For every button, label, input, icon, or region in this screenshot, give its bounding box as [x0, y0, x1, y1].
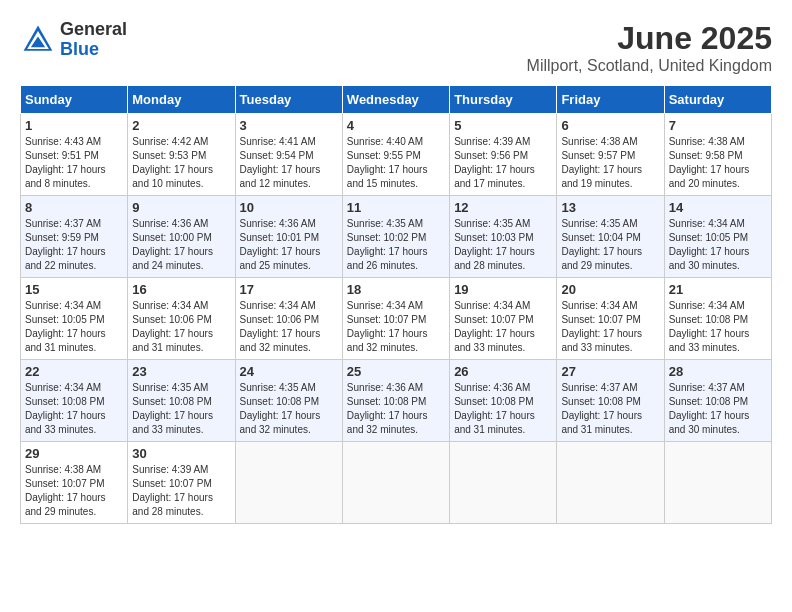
header: General Blue June 2025 Millport, Scotlan…	[20, 20, 772, 75]
day-cell-18: 18 Sunrise: 4:34 AMSunset: 10:07 PMDayli…	[342, 278, 449, 360]
day-number: 17	[240, 282, 338, 297]
day-info: Sunrise: 4:34 AMSunset: 10:06 PMDaylight…	[132, 300, 213, 353]
day-info: Sunrise: 4:34 AMSunset: 10:08 PMDaylight…	[669, 300, 750, 353]
day-cell-13: 13 Sunrise: 4:35 AMSunset: 10:04 PMDayli…	[557, 196, 664, 278]
day-info: Sunrise: 4:39 AMSunset: 9:56 PMDaylight:…	[454, 136, 535, 189]
day-number: 24	[240, 364, 338, 379]
day-info: Sunrise: 4:35 AMSunset: 10:08 PMDaylight…	[240, 382, 321, 435]
week-row-3: 15 Sunrise: 4:34 AMSunset: 10:05 PMDayli…	[21, 278, 772, 360]
day-info: Sunrise: 4:38 AMSunset: 10:07 PMDaylight…	[25, 464, 106, 517]
day-info: Sunrise: 4:34 AMSunset: 10:07 PMDaylight…	[561, 300, 642, 353]
day-cell-2: 2 Sunrise: 4:42 AMSunset: 9:53 PMDayligh…	[128, 114, 235, 196]
day-number: 2	[132, 118, 230, 133]
day-cell-10: 10 Sunrise: 4:36 AMSunset: 10:01 PMDayli…	[235, 196, 342, 278]
day-info: Sunrise: 4:36 AMSunset: 10:00 PMDaylight…	[132, 218, 213, 271]
day-info: Sunrise: 4:40 AMSunset: 9:55 PMDaylight:…	[347, 136, 428, 189]
day-cell-29: 29 Sunrise: 4:38 AMSunset: 10:07 PMDayli…	[21, 442, 128, 524]
day-number: 6	[561, 118, 659, 133]
month-title: June 2025	[527, 20, 772, 57]
weekday-header-saturday: Saturday	[664, 86, 771, 114]
weekday-header-thursday: Thursday	[450, 86, 557, 114]
day-cell-19: 19 Sunrise: 4:34 AMSunset: 10:07 PMDayli…	[450, 278, 557, 360]
day-number: 9	[132, 200, 230, 215]
logo: General Blue	[20, 20, 127, 60]
day-number: 11	[347, 200, 445, 215]
day-info: Sunrise: 4:34 AMSunset: 10:05 PMDaylight…	[669, 218, 750, 271]
day-cell-28: 28 Sunrise: 4:37 AMSunset: 10:08 PMDayli…	[664, 360, 771, 442]
day-cell-9: 9 Sunrise: 4:36 AMSunset: 10:00 PMDaylig…	[128, 196, 235, 278]
day-number: 8	[25, 200, 123, 215]
day-info: Sunrise: 4:34 AMSunset: 10:07 PMDaylight…	[347, 300, 428, 353]
day-cell-6: 6 Sunrise: 4:38 AMSunset: 9:57 PMDayligh…	[557, 114, 664, 196]
day-info: Sunrise: 4:36 AMSunset: 10:08 PMDaylight…	[347, 382, 428, 435]
empty-cell	[450, 442, 557, 524]
day-number: 28	[669, 364, 767, 379]
day-cell-27: 27 Sunrise: 4:37 AMSunset: 10:08 PMDayli…	[557, 360, 664, 442]
logo-blue: Blue	[60, 40, 127, 60]
logo-text: General Blue	[60, 20, 127, 60]
day-info: Sunrise: 4:37 AMSunset: 10:08 PMDaylight…	[561, 382, 642, 435]
day-cell-25: 25 Sunrise: 4:36 AMSunset: 10:08 PMDayli…	[342, 360, 449, 442]
day-info: Sunrise: 4:43 AMSunset: 9:51 PMDaylight:…	[25, 136, 106, 189]
empty-cell	[342, 442, 449, 524]
title-area: June 2025 Millport, Scotland, United Kin…	[527, 20, 772, 75]
empty-cell	[664, 442, 771, 524]
weekday-header-wednesday: Wednesday	[342, 86, 449, 114]
day-number: 13	[561, 200, 659, 215]
day-cell-17: 17 Sunrise: 4:34 AMSunset: 10:06 PMDayli…	[235, 278, 342, 360]
day-cell-11: 11 Sunrise: 4:35 AMSunset: 10:02 PMDayli…	[342, 196, 449, 278]
logo-general: General	[60, 20, 127, 40]
day-cell-30: 30 Sunrise: 4:39 AMSunset: 10:07 PMDayli…	[128, 442, 235, 524]
weekday-header-tuesday: Tuesday	[235, 86, 342, 114]
day-info: Sunrise: 4:35 AMSunset: 10:08 PMDaylight…	[132, 382, 213, 435]
day-info: Sunrise: 4:35 AMSunset: 10:03 PMDaylight…	[454, 218, 535, 271]
week-row-2: 8 Sunrise: 4:37 AMSunset: 9:59 PMDayligh…	[21, 196, 772, 278]
day-cell-20: 20 Sunrise: 4:34 AMSunset: 10:07 PMDayli…	[557, 278, 664, 360]
day-number: 25	[347, 364, 445, 379]
logo-icon	[20, 22, 56, 58]
day-cell-21: 21 Sunrise: 4:34 AMSunset: 10:08 PMDayli…	[664, 278, 771, 360]
day-cell-7: 7 Sunrise: 4:38 AMSunset: 9:58 PMDayligh…	[664, 114, 771, 196]
week-row-4: 22 Sunrise: 4:34 AMSunset: 10:08 PMDayli…	[21, 360, 772, 442]
day-cell-5: 5 Sunrise: 4:39 AMSunset: 9:56 PMDayligh…	[450, 114, 557, 196]
day-info: Sunrise: 4:38 AMSunset: 9:57 PMDaylight:…	[561, 136, 642, 189]
day-number: 12	[454, 200, 552, 215]
day-number: 30	[132, 446, 230, 461]
day-number: 5	[454, 118, 552, 133]
day-number: 18	[347, 282, 445, 297]
day-number: 4	[347, 118, 445, 133]
day-number: 19	[454, 282, 552, 297]
weekday-header-sunday: Sunday	[21, 86, 128, 114]
day-cell-3: 3 Sunrise: 4:41 AMSunset: 9:54 PMDayligh…	[235, 114, 342, 196]
day-info: Sunrise: 4:34 AMSunset: 10:07 PMDaylight…	[454, 300, 535, 353]
day-number: 23	[132, 364, 230, 379]
day-info: Sunrise: 4:35 AMSunset: 10:02 PMDaylight…	[347, 218, 428, 271]
weekday-header-row: SundayMondayTuesdayWednesdayThursdayFrid…	[21, 86, 772, 114]
day-cell-24: 24 Sunrise: 4:35 AMSunset: 10:08 PMDayli…	[235, 360, 342, 442]
day-number: 22	[25, 364, 123, 379]
day-info: Sunrise: 4:42 AMSunset: 9:53 PMDaylight:…	[132, 136, 213, 189]
day-number: 3	[240, 118, 338, 133]
location-title: Millport, Scotland, United Kingdom	[527, 57, 772, 75]
day-cell-15: 15 Sunrise: 4:34 AMSunset: 10:05 PMDayli…	[21, 278, 128, 360]
day-number: 1	[25, 118, 123, 133]
day-number: 27	[561, 364, 659, 379]
empty-cell	[557, 442, 664, 524]
day-info: Sunrise: 4:36 AMSunset: 10:08 PMDaylight…	[454, 382, 535, 435]
day-info: Sunrise: 4:37 AMSunset: 10:08 PMDaylight…	[669, 382, 750, 435]
day-cell-16: 16 Sunrise: 4:34 AMSunset: 10:06 PMDayli…	[128, 278, 235, 360]
day-info: Sunrise: 4:35 AMSunset: 10:04 PMDaylight…	[561, 218, 642, 271]
day-number: 26	[454, 364, 552, 379]
day-cell-12: 12 Sunrise: 4:35 AMSunset: 10:03 PMDayli…	[450, 196, 557, 278]
day-number: 10	[240, 200, 338, 215]
day-info: Sunrise: 4:34 AMSunset: 10:05 PMDaylight…	[25, 300, 106, 353]
week-row-5: 29 Sunrise: 4:38 AMSunset: 10:07 PMDayli…	[21, 442, 772, 524]
day-info: Sunrise: 4:38 AMSunset: 9:58 PMDaylight:…	[669, 136, 750, 189]
day-cell-22: 22 Sunrise: 4:34 AMSunset: 10:08 PMDayli…	[21, 360, 128, 442]
day-info: Sunrise: 4:36 AMSunset: 10:01 PMDaylight…	[240, 218, 321, 271]
day-number: 20	[561, 282, 659, 297]
day-number: 14	[669, 200, 767, 215]
day-info: Sunrise: 4:34 AMSunset: 10:08 PMDaylight…	[25, 382, 106, 435]
day-info: Sunrise: 4:34 AMSunset: 10:06 PMDaylight…	[240, 300, 321, 353]
day-number: 21	[669, 282, 767, 297]
